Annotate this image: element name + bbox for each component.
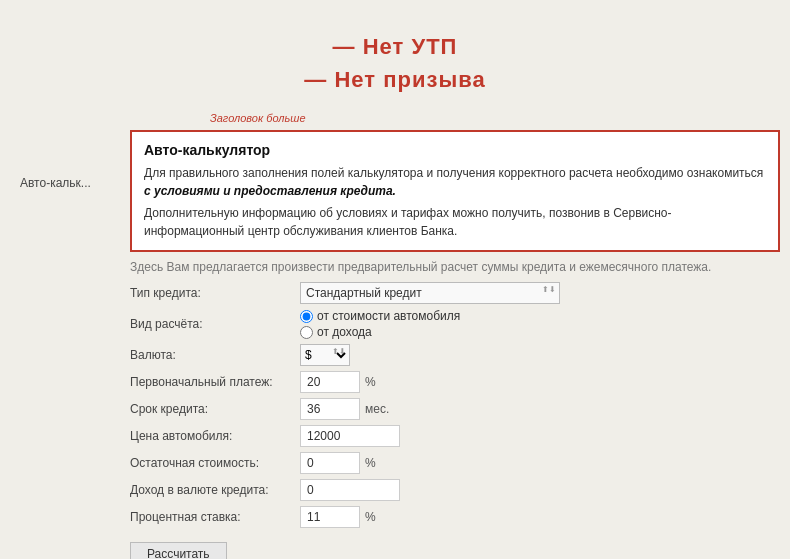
form-row-initial-payment: Первоначальный платеж: %	[130, 371, 780, 393]
credit-type-select[interactable]: Стандартный кредит	[300, 282, 560, 304]
form-row-loan-term: Срок кредита: мес.	[130, 398, 780, 420]
calculate-button-wrapper: Рассчитать	[130, 536, 780, 559]
form-row-car-price: Цена автомобиля:	[130, 425, 780, 447]
residual-value-suffix: %	[365, 456, 376, 470]
form-row-credit-type: Тип кредита: Стандартный кредит	[130, 282, 780, 304]
calculate-button[interactable]: Рассчитать	[130, 542, 227, 559]
initial-payment-suffix: %	[365, 375, 376, 389]
form-fields: Тип кредита: Стандартный кредит Вид расч…	[130, 282, 780, 559]
label-calculation-type: Вид расчёта:	[130, 317, 300, 331]
credit-type-select-wrapper[interactable]: Стандартный кредит	[300, 282, 560, 304]
label-residual-value: Остаточная стоимость:	[130, 456, 300, 470]
form-row-interest-rate: Процентная ставка: %	[130, 506, 780, 528]
interest-rate-suffix: %	[365, 510, 376, 524]
label-interest-rate: Процентная ставка:	[130, 510, 300, 524]
top-section: — Нет УТП — Нет призыва	[0, 0, 790, 116]
page: — Нет УТП — Нет призыва Авто-кальк... За…	[0, 0, 790, 559]
auto-calc-side-label: Авто-кальк...	[20, 176, 130, 190]
left-sidebar: Авто-кальк...	[20, 116, 130, 559]
cta-line: — Нет призыва	[0, 63, 790, 96]
radio-from-car-value[interactable]: от стоимости автомобиля	[300, 309, 460, 323]
income-input[interactable]	[300, 479, 400, 501]
label-currency: Валюта:	[130, 348, 300, 362]
form-row-currency: Валюта: $ € ₽	[130, 344, 780, 366]
form-section-title: Авто-калькулятор	[144, 142, 766, 158]
residual-value-input[interactable]	[300, 452, 360, 474]
form-description: Для правильного заполнения полей калькул…	[144, 164, 766, 200]
form-description-2: Дополнительную информацию об условиях и …	[144, 204, 766, 240]
highlight-box: Авто-калькулятор Для правильного заполне…	[130, 130, 780, 252]
label-income: Доход в валюте кредита:	[130, 483, 300, 497]
currency-select[interactable]: $ € ₽	[300, 344, 350, 366]
credit-conditions-link[interactable]: с условиями и предоставления кредита.	[144, 184, 396, 198]
label-initial-payment: Первоначальный платеж:	[130, 375, 300, 389]
interest-rate-input[interactable]	[300, 506, 360, 528]
label-loan-term: Срок кредита:	[130, 402, 300, 416]
loan-term-suffix: мес.	[365, 402, 389, 416]
label-credit-type: Тип кредита:	[130, 286, 300, 300]
form-row-residual-value: Остаточная стоимость: %	[130, 452, 780, 474]
form-row-income: Доход в валюте кредита:	[130, 479, 780, 501]
radio-from-income[interactable]: от дохода	[300, 325, 460, 339]
label-car-price: Цена автомобиля:	[130, 429, 300, 443]
utp-line: — Нет УТП	[0, 30, 790, 63]
preview-text: Здесь Вам предлагается произвести предва…	[130, 260, 780, 274]
currency-select-wrapper[interactable]: $ € ₽	[300, 344, 350, 366]
form-row-calculation-type: Вид расчёта: от стоимости автомобиля от …	[130, 309, 780, 339]
calculation-type-radio: от стоимости автомобиля от дохода	[300, 309, 460, 339]
loan-term-input[interactable]	[300, 398, 360, 420]
initial-payment-input[interactable]	[300, 371, 360, 393]
main-form-area: Заголовок больше Ссылка? Телефон? Нужна …	[130, 116, 780, 559]
car-price-input[interactable]	[300, 425, 400, 447]
